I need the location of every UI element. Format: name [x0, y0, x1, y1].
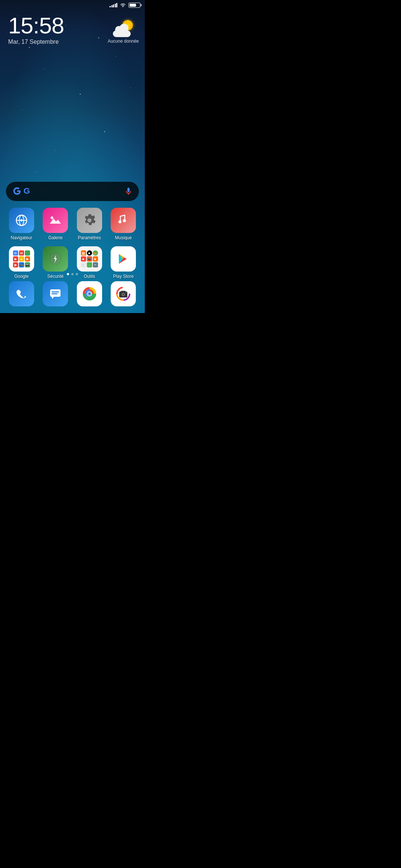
microphone-icon[interactable]	[124, 187, 133, 196]
battery-icon: 65	[128, 3, 140, 8]
home-screen: 65 15:58 Mar, 17 Septembre Aucune donnée	[0, 0, 145, 313]
parametres-icon	[77, 208, 102, 233]
camera-icon	[111, 281, 136, 306]
musique-icon	[111, 208, 136, 233]
wifi-icon	[120, 3, 126, 7]
svg-point-8	[87, 218, 91, 223]
google-g-icon	[12, 186, 22, 197]
clock-time: 15:58	[8, 14, 64, 37]
phone-icon	[9, 281, 34, 306]
svg-point-21	[88, 293, 91, 295]
dock-chrome[interactable]	[74, 281, 105, 306]
google-search-bar[interactable]: G	[6, 182, 139, 201]
app-parametres[interactable]: Paramètres	[74, 208, 105, 240]
page-indicator	[0, 273, 145, 275]
weather-icon	[112, 19, 134, 38]
signal-strength-icon	[110, 3, 117, 7]
parametres-label: Paramètres	[78, 235, 101, 240]
page-dot-2[interactable]	[71, 273, 74, 275]
dock-messages[interactable]	[40, 281, 71, 306]
navigateur-label: Navigateur	[11, 235, 32, 240]
svg-text:G: G	[23, 186, 30, 195]
outils-folder-icon: ▦ ⏺ 📻 ⏺ 🎬 ⏺ ⬜ ↓ ✏	[77, 246, 102, 272]
app-galerie[interactable]: Galerie	[40, 208, 71, 240]
weather-description: Aucune donnée	[108, 39, 139, 44]
messages-icon	[43, 281, 68, 306]
weather-widget[interactable]: Aucune donnée	[108, 19, 139, 44]
svg-point-30	[125, 292, 126, 293]
google-folder-icon: G M 📍 ▶ ▲ ▶ ▶ 📹 📷	[9, 246, 34, 272]
svg-rect-11	[50, 289, 61, 297]
google-g-logo: G	[22, 185, 34, 197]
svg-point-6	[20, 219, 23, 221]
page-dot-1[interactable]	[67, 273, 69, 275]
musique-label: Musique	[115, 235, 132, 240]
dock-camera[interactable]	[108, 281, 139, 306]
playstore-icon	[111, 246, 136, 272]
clock-date: Mar, 17 Septembre	[8, 39, 64, 45]
svg-point-0	[123, 6, 124, 7]
svg-point-10	[123, 219, 126, 222]
status-bar: 65	[0, 0, 145, 10]
galerie-icon	[43, 208, 68, 233]
galerie-label: Galerie	[48, 235, 63, 240]
svg-marker-12	[52, 297, 54, 299]
svg-point-9	[118, 220, 121, 223]
page-dot-3[interactable]	[76, 273, 78, 275]
securite-icon	[43, 246, 68, 272]
clock-widget: 15:58 Mar, 17 Septembre	[8, 14, 64, 45]
dock-phone[interactable]	[6, 281, 37, 306]
navigateur-icon	[9, 208, 34, 233]
app-navigateur[interactable]: Navigateur	[6, 208, 37, 240]
dock	[6, 281, 139, 306]
chrome-icon	[77, 281, 102, 306]
app-musique[interactable]: Musique	[108, 208, 139, 240]
svg-point-7	[51, 217, 53, 219]
svg-point-29	[123, 294, 124, 295]
cloud-icon	[113, 27, 131, 37]
app-grid: Navigateur Galerie Paramètres	[6, 208, 139, 279]
